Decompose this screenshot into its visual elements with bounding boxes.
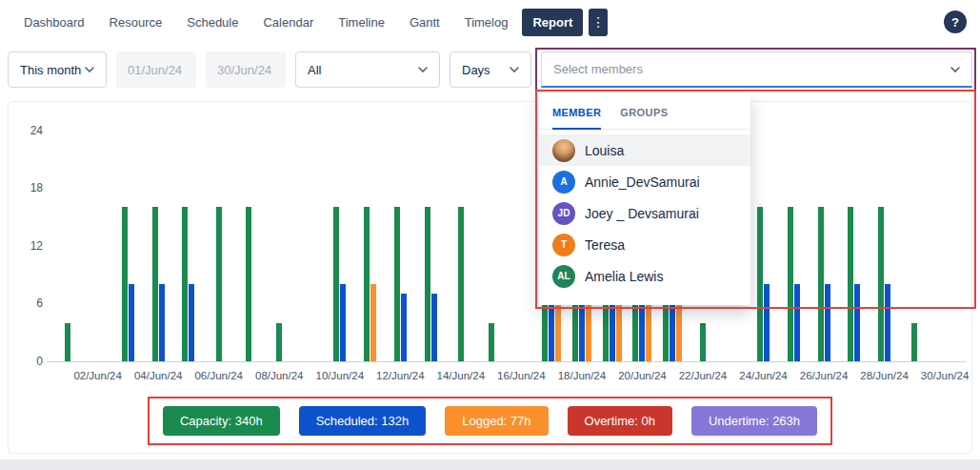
bar-capacity <box>152 207 158 361</box>
tab-gantt[interactable]: Gantt <box>399 9 450 36</box>
bar-capacity <box>911 323 917 361</box>
chevron-down-icon <box>418 67 428 72</box>
legend-wrap: Capacity: 340hScheduled: 132hLogged: 77h… <box>9 397 971 445</box>
bar-capacity <box>364 207 370 361</box>
bar-capacity <box>788 207 793 361</box>
y-axis-label: 24 <box>16 124 43 137</box>
member-name: Annie_DevSamurai <box>585 174 700 190</box>
chevron-down-icon <box>85 67 94 72</box>
bar-capacity <box>848 207 853 361</box>
member-name: Joey _ Devsamurai <box>585 206 699 221</box>
bar-logged <box>370 284 376 361</box>
x-axis-label: 22/Jun/24 <box>671 370 734 381</box>
member-option-joey-devsamurai[interactable]: JDJoey _ Devsamurai <box>539 197 750 229</box>
avatar-initials: AL <box>552 265 575 288</box>
x-axis-line <box>47 361 966 362</box>
bar-capacity <box>489 323 494 361</box>
avatar-photo <box>552 139 575 162</box>
avatar-initials: T <box>552 234 575 256</box>
members-select-wrap: Select members MEMBER GROUPS LouisaAAnni… <box>541 51 972 88</box>
members-dropdown-panel: MEMBER GROUPS LouisaAAnnie_DevSamuraiJDJ… <box>539 93 750 305</box>
bar-capacity <box>216 207 222 361</box>
legend-overtime[interactable]: Overtime: 0h <box>568 406 672 436</box>
date-from-input[interactable]: 01/Jun/24 <box>116 51 196 88</box>
bar-capacity <box>425 207 430 361</box>
x-axis-label: 24/Jun/24 <box>732 370 795 381</box>
tab-timeline[interactable]: Timeline <box>328 9 395 36</box>
x-axis-label: 08/Jun/24 <box>248 370 310 381</box>
date-to-input[interactable]: 30/Jun/24 <box>206 51 286 88</box>
member-name: Teresa <box>585 237 625 253</box>
y-axis-label: 0 <box>16 355 43 368</box>
members-placeholder: Select members <box>553 62 643 76</box>
x-axis-label: 10/Jun/24 <box>309 370 371 381</box>
members-select[interactable]: Select members <box>541 51 972 88</box>
member-name: Louisa <box>585 143 624 158</box>
unit-select[interactable]: Days <box>450 51 531 88</box>
help-button[interactable]: ? <box>944 10 967 33</box>
period-value: This month <box>20 63 81 77</box>
x-axis-label: 26/Jun/24 <box>792 370 855 381</box>
legend-capacity[interactable]: Capacity: 340h <box>163 406 280 436</box>
bar-scheduled <box>854 284 860 361</box>
bar-capacity <box>757 207 763 361</box>
x-axis-label: 06/Jun/24 <box>188 370 250 381</box>
unit-value: Days <box>462 63 490 77</box>
bar-scheduled <box>764 284 770 361</box>
bar-capacity <box>458 207 464 361</box>
chart-card: 0612182402/Jun/2404/Jun/2406/Jun/2408/Ju… <box>8 101 972 454</box>
tab-schedule[interactable]: Schedule <box>176 9 249 36</box>
bar-scheduled <box>431 294 437 361</box>
tab-member[interactable]: MEMBER <box>552 107 601 130</box>
filter-toolbar: This month 01/Jun/24 30/Jun/24 All Days … <box>0 44 980 95</box>
bar-capacity <box>700 323 706 361</box>
member-option-louisa[interactable]: Louisa <box>539 134 750 166</box>
member-option-annie-devsamurai[interactable]: AAnnie_DevSamurai <box>539 166 750 197</box>
bar-scheduled <box>189 284 194 361</box>
bar-capacity <box>246 207 251 361</box>
tab-groups[interactable]: GROUPS <box>620 107 668 129</box>
y-axis-label: 6 <box>16 296 43 310</box>
member-option-teresa[interactable]: TTeresa <box>539 229 750 260</box>
bar-capacity <box>65 323 70 361</box>
x-axis-label: 04/Jun/24 <box>127 370 190 381</box>
bar-scheduled <box>794 284 800 361</box>
scope-select[interactable]: All <box>295 51 440 88</box>
legend-undertime[interactable]: Undertime: 263h <box>691 406 817 436</box>
tab-calendar[interactable]: Calendar <box>252 9 324 36</box>
tab-report[interactable]: Report <box>522 9 583 36</box>
bar-capacity <box>276 323 282 361</box>
bar-capacity <box>818 207 824 361</box>
x-axis-label: 28/Jun/24 <box>853 370 916 381</box>
bar-capacity <box>333 207 339 361</box>
legend-scheduled[interactable]: Scheduled: 132h <box>299 406 427 436</box>
avatar-initials: JD <box>552 202 575 225</box>
bar-scheduled <box>340 284 346 361</box>
bar-scheduled <box>159 284 165 361</box>
bar-capacity <box>878 207 884 361</box>
legend-logged[interactable]: Logged: 77h <box>445 406 548 436</box>
legend-group: Capacity: 340hScheduled: 132hLogged: 77h… <box>148 397 832 445</box>
tab-dashboard[interactable]: Dashboard <box>13 9 95 36</box>
bar-capacity <box>394 207 400 361</box>
tab-timelog[interactable]: Timelog <box>454 9 519 36</box>
nav-tabs: DashboardResourceScheduleCalendarTimelin… <box>13 9 583 36</box>
x-axis-label: 20/Jun/24 <box>610 370 673 381</box>
bar-scheduled <box>401 294 407 361</box>
x-axis-label: 30/Jun/24 <box>913 370 972 381</box>
x-axis-label: 18/Jun/24 <box>550 370 613 381</box>
bar-scheduled <box>825 284 830 361</box>
x-axis-label: 02/Jun/24 <box>67 370 130 381</box>
scope-value: All <box>308 63 321 77</box>
x-axis-label: 14/Jun/24 <box>430 370 492 381</box>
member-option-amelia-lewis[interactable]: ALAmelia Lewis <box>539 260 750 292</box>
bar-scheduled <box>885 284 890 361</box>
bar-capacity <box>122 207 128 361</box>
period-select[interactable]: This month <box>8 51 107 88</box>
member-list: LouisaAAnnie_DevSamuraiJDJoey _ Devsamur… <box>539 130 750 292</box>
chevron-down-icon <box>950 67 960 72</box>
tab-resource[interactable]: Resource <box>99 9 173 36</box>
x-axis-label: 16/Jun/24 <box>490 370 552 381</box>
bar-scheduled <box>129 284 134 361</box>
more-options-button[interactable]: ⋮ <box>589 9 608 36</box>
